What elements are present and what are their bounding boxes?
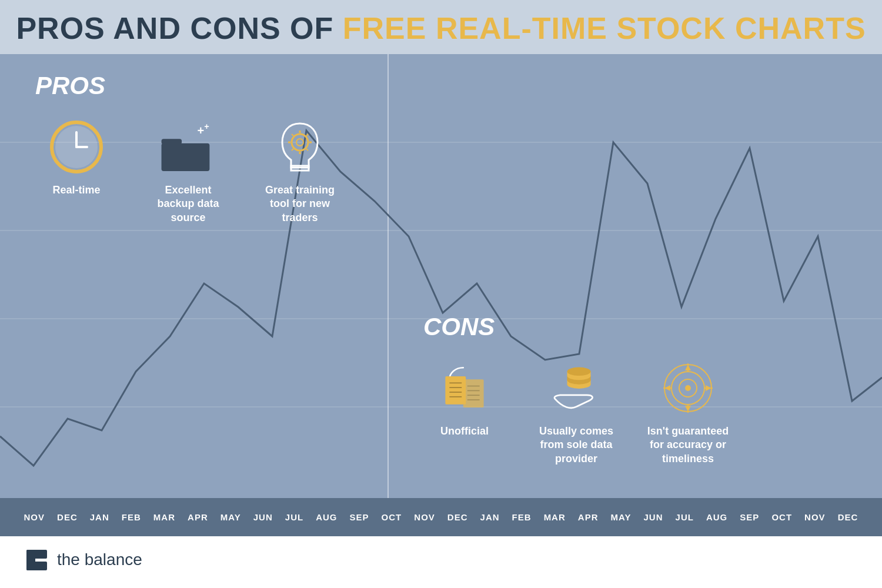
month-label: JAN [480,512,500,522]
month-label: APR [188,512,208,522]
month-label: MAY [611,512,632,522]
clock-icon [49,119,105,175]
svg-marker-50 [685,365,691,370]
folder-icon: + + [159,121,218,173]
brain-icon-wrapper [270,118,329,176]
pros-item-backup-label: Excellent backup data source [147,183,229,225]
svg-marker-53 [706,385,711,391]
month-bar: NOVDECJANFEBMARAPRMAYJUNJULAUGSEPOCTNOVD… [0,498,882,536]
month-label: OCT [382,512,402,522]
svg-rect-56 [26,562,47,570]
month-label: JUN [644,512,663,522]
brain-icon [273,118,326,176]
document-icon-wrapper [435,359,494,417]
folder-icon-wrapper: + + [159,118,218,176]
target-icon-wrapper [659,359,717,417]
month-label: DEC [447,512,468,522]
month-label: JUL [676,512,694,522]
cons-item-sole-provider-label: Usually comes from sole data provider [535,425,617,466]
month-label: FEB [122,512,141,522]
svg-text:+: + [204,122,209,131]
month-label: SEP [350,512,369,522]
pros-item-training-label: Great training tool for new traders [259,183,341,225]
pros-item-realtime-label: Real-time [52,183,100,197]
pros-item-realtime: Real-time [35,118,118,197]
cons-icons-row: Unofficial [423,359,864,466]
logo-text: the balance [57,550,142,569]
title-dark: PROS AND CONS OF [16,11,333,45]
month-label: AUG [706,512,727,522]
month-label: JUL [285,512,303,522]
cons-section: CONS [423,313,864,466]
clock-icon-wrapper [47,118,106,176]
cons-item-accuracy: Isn't guaranteed for accuracy or timelin… [647,359,729,466]
main-content: PROS Real-time [0,54,882,536]
svg-point-45 [685,385,691,391]
month-label: DEC [57,512,78,522]
logo-area: the balance [24,547,142,573]
month-label: JAN [90,512,109,522]
logo-icon [24,547,50,573]
month-label: NOV [24,512,45,522]
month-label: OCT [771,512,792,522]
cons-item-unofficial-label: Unofficial [440,425,489,438]
month-label: MAY [220,512,241,522]
month-label: APR [578,512,599,522]
month-label: SEP [740,512,759,522]
coins-icon-wrapper [547,359,606,417]
document-icon [435,362,494,415]
month-label: FEB [512,512,532,522]
cons-item-sole-provider: Usually comes from sole data provider [535,359,617,466]
month-label: DEC [838,512,858,522]
pros-icons-row: Real-time + + Excellent backup data sour… [35,118,376,225]
pros-item-training: Great training tool for new traders [259,118,341,225]
header: PROS AND CONS OF FREE REAL-TIME STOCK CH… [0,0,882,54]
svg-marker-52 [664,385,670,391]
svg-text:+: + [197,124,204,137]
svg-rect-30 [463,379,484,407]
pros-item-backup: + + Excellent backup data source [147,118,229,225]
footer: the balance [0,536,882,583]
svg-rect-25 [445,376,466,405]
title-gold: FREE REAL-TIME STOCK CHARTS [343,11,866,45]
cons-item-unofficial: Unofficial [423,359,506,438]
target-icon [659,362,717,415]
month-label: MAR [153,512,175,522]
month-label: NOV [414,512,435,522]
svg-line-21 [306,149,308,151]
pros-section: PROS Real-time [35,72,376,225]
month-label: JUN [253,512,273,522]
month-label: AUG [316,512,337,522]
svg-marker-51 [685,406,691,412]
svg-rect-12 [162,143,210,171]
svg-point-41 [567,368,591,376]
pros-label: PROS [35,72,376,100]
svg-point-14 [292,134,308,151]
month-label: NOV [804,512,826,522]
cons-item-accuracy-label: Isn't guaranteed for accuracy or timelin… [647,425,729,466]
svg-line-20 [292,134,293,136]
cons-label: CONS [423,313,864,341]
svg-point-15 [296,139,303,146]
svg-line-23 [292,149,293,151]
svg-rect-55 [26,550,47,559]
month-label: MAR [544,512,566,522]
coins-icon [547,362,606,415]
svg-line-22 [306,134,308,136]
